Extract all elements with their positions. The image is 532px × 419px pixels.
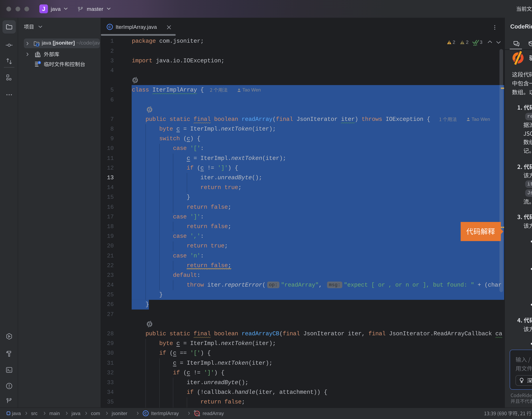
svg-text:C: C: [144, 411, 147, 415]
svg-text:C: C: [108, 25, 111, 29]
svg-text:m: m: [196, 412, 198, 415]
